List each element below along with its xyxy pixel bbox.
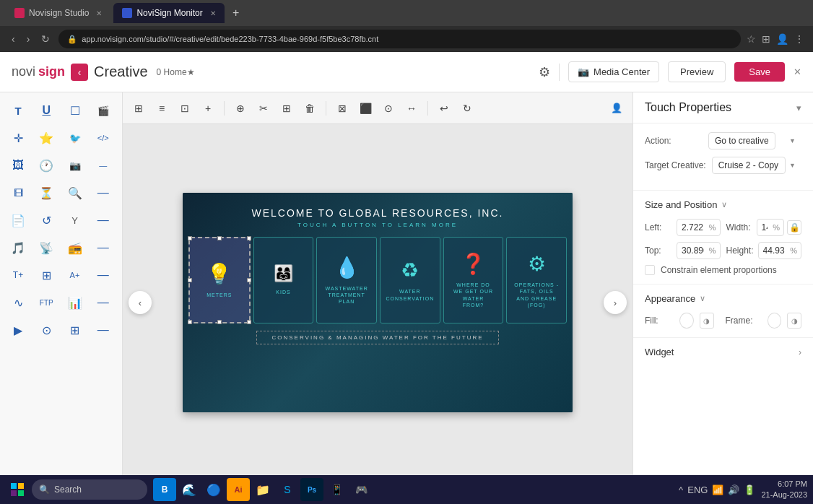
fill-opacity-button[interactable]: ◑ (700, 313, 714, 329)
circle-tool[interactable]: ⊙ (34, 318, 58, 342)
constrain-checkbox[interactable] (645, 265, 655, 275)
slide-card-water-conservation[interactable]: ♻ WATERCONSERVATION (380, 237, 440, 323)
wifi-icon[interactable]: 📶 (712, 485, 723, 495)
contract-toolbar-btn[interactable]: ⬛ (355, 98, 375, 118)
chart-tool[interactable]: 📊 (63, 290, 87, 315)
doc-tool[interactable]: 📄 (6, 208, 30, 233)
appearance-header[interactable]: Appearance ∨ (645, 293, 801, 304)
taskbar-app-chrome[interactable]: 🔵 (202, 478, 225, 501)
url-bar[interactable]: 🔒 app.novisign.com/studio/#/creative/edi… (58, 30, 741, 48)
paste-toolbar-btn[interactable]: ⊞ (277, 98, 297, 118)
close-button[interactable]: ✕ (794, 66, 801, 77)
fill-color-picker[interactable] (679, 313, 694, 329)
search-tool[interactable]: 🔍 (63, 181, 87, 205)
undo-toolbar-btn[interactable]: ↩ (434, 98, 454, 118)
taskbar-app-files[interactable]: 📁 (251, 478, 274, 501)
forward-nav-button[interactable]: › (24, 32, 33, 46)
width-input[interactable] (757, 219, 785, 236)
taskbar-app-bing[interactable]: B (153, 478, 176, 501)
target-creative-select[interactable]: Cruise 2 - Copy (712, 157, 786, 174)
slide-card-kids[interactable]: 👨‍👩‍👧 KIDS (253, 237, 314, 323)
slide-card-where-water[interactable]: ❓ WHERE DOWE GET OURWATERFROM? (443, 237, 504, 323)
media-tool[interactable]: 🎬 (91, 98, 116, 123)
align2-toolbar-btn[interactable]: ⊙ (378, 98, 399, 118)
frame-color-picker[interactable] (768, 313, 782, 329)
copy-toolbar-btn[interactable]: ⊕ (230, 98, 251, 118)
yammer-tool[interactable]: Y (63, 208, 87, 233)
clock-tool[interactable]: 🕐 (34, 153, 58, 178)
canvas-next-button[interactable]: › (604, 291, 627, 314)
battery-icon[interactable]: 🔋 (744, 485, 755, 495)
panel-chevron-icon[interactable]: ▾ (796, 103, 801, 113)
lock-button[interactable]: 🔒 (787, 220, 801, 235)
grid-tool[interactable]: ⊞ (34, 263, 58, 287)
tab-novisign-monitor-close[interactable]: ✕ (210, 9, 216, 17)
taskbar-app-edge[interactable]: 🌊 (178, 478, 201, 501)
distribute-toolbar-btn[interactable]: ↔ (401, 98, 422, 118)
audio-tool[interactable]: 🎵 (6, 235, 30, 260)
crop-toolbar-btn[interactable]: ⊡ (175, 98, 195, 118)
star-tool[interactable]: ⭐ (34, 126, 58, 150)
underline-tool[interactable]: U (34, 98, 58, 123)
code-tool[interactable]: </> (91, 126, 116, 150)
play-tool[interactable]: ▶ (6, 318, 30, 342)
back-button[interactable]: ‹ (71, 64, 88, 81)
expand-toolbar-btn[interactable]: ⊠ (332, 98, 352, 118)
slide-card-meters[interactable]: 💡 METERS (188, 237, 251, 323)
taskbar-app-whatsapp[interactable]: 📱 (325, 478, 348, 501)
profile-icon[interactable]: 👤 (776, 33, 788, 45)
animated-tool[interactable]: A+ (63, 263, 87, 287)
media-center-button[interactable]: 📷 Media Center (568, 61, 659, 82)
person-toolbar-btn[interactable]: 👤 (607, 98, 627, 118)
refresh-tool[interactable]: ↺ (34, 208, 58, 233)
taskbar-app-illustrator[interactable]: Ai (227, 478, 250, 501)
cut-toolbar-btn[interactable]: ✂ (253, 98, 274, 118)
add-toolbar-btn[interactable]: + (198, 98, 218, 118)
image-tool[interactable]: 🖼 (6, 153, 30, 178)
table-tool[interactable]: ⊞ (63, 318, 87, 342)
star-icon[interactable]: ☆ (747, 33, 756, 45)
delete-toolbar-btn[interactable]: 🗑 (300, 98, 320, 118)
tab-novisign-studio-close[interactable]: ✕ (96, 9, 102, 17)
rss-tool[interactable]: ∿ (6, 290, 30, 315)
save-button[interactable]: Save (734, 62, 785, 82)
search-bar[interactable]: 🔍 Search (32, 479, 147, 500)
start-button[interactable] (6, 478, 29, 501)
broadcast-tool[interactable]: 📡 (34, 235, 58, 260)
volume-icon[interactable]: 🔊 (728, 485, 739, 495)
size-position-header[interactable]: Size and Position ∨ (645, 199, 801, 210)
tab-novisign-monitor[interactable]: NoviSign Monitor ✕ (113, 3, 224, 23)
refresh-nav-button[interactable]: ↻ (38, 32, 53, 46)
ftp-tool[interactable]: FTP (34, 290, 58, 315)
text2-tool[interactable]: T+ (6, 263, 30, 287)
widget-row[interactable]: Widget › (633, 338, 813, 366)
instagram-tool[interactable]: 📷 (63, 153, 87, 178)
new-tab-button[interactable]: + (227, 4, 245, 22)
show-hidden-icon[interactable]: ^ (679, 485, 683, 495)
slide-card-wastewater[interactable]: 💧 WASTEWATERTREATMENTPLAN (316, 237, 377, 323)
slide-canvas[interactable]: WELCOME TO GLOBAL RESOURCES, INC. TOUCH … (183, 193, 573, 412)
widget-tool[interactable]: — (91, 153, 116, 178)
settings-icon[interactable]: ⚙ (539, 64, 550, 80)
twitter-tool[interactable]: 🐦 (63, 126, 87, 150)
align-toolbar-btn[interactable]: ≡ (152, 98, 172, 118)
back-nav-button[interactable]: ‹ (9, 32, 18, 46)
extensions-icon[interactable]: ⊞ (762, 33, 770, 45)
video-tool[interactable]: 🎞 (6, 181, 30, 205)
slide-card-operations[interactable]: ⚙ OPERATIONS -FATS, OILSAND GREASE(FOG) (506, 237, 567, 323)
plus-tool[interactable]: ✛ (6, 126, 30, 150)
screen-tool[interactable]: ☐ (63, 98, 87, 123)
radio-tool[interactable]: 📻 (63, 235, 87, 260)
table-toolbar-btn[interactable]: ⊞ (129, 98, 149, 118)
menu-icon[interactable]: ⋮ (794, 33, 804, 45)
frame-opacity-button[interactable]: ◑ (787, 313, 801, 329)
taskbar-app-photoshop[interactable]: Ps (300, 478, 323, 501)
text-tool[interactable]: T (6, 98, 30, 123)
taskbar-app-misc[interactable]: 🎮 (349, 478, 373, 501)
redo-toolbar-btn[interactable]: ↻ (457, 98, 477, 118)
tab-novisign-studio[interactable]: Novisign Studio ✕ (6, 3, 110, 23)
timer-tool[interactable]: ⏳ (34, 181, 58, 205)
preview-button[interactable]: Preview (668, 61, 726, 82)
action-select[interactable]: Go to creative (708, 132, 775, 149)
canvas-prev-button[interactable]: ‹ (129, 291, 152, 314)
